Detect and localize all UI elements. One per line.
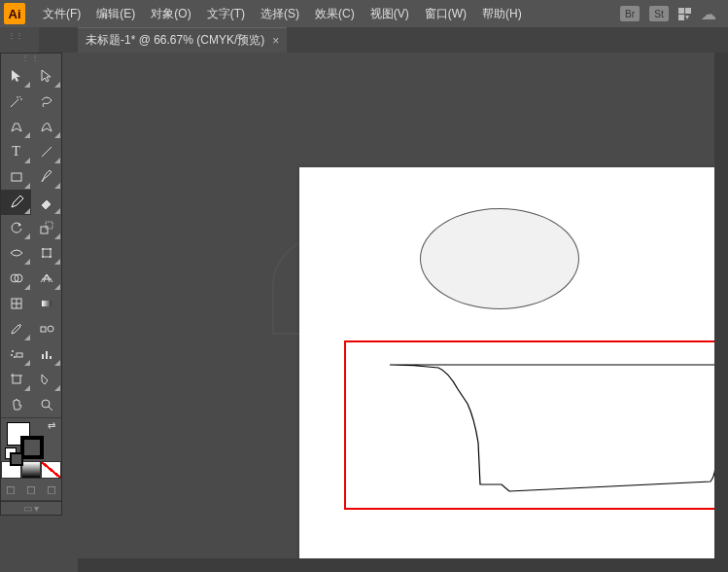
menu-type[interactable]: 文字(T) xyxy=(199,0,253,27)
pen-tool[interactable] xyxy=(1,114,31,139)
svg-point-8 xyxy=(50,256,52,258)
menu-object[interactable]: 对象(O) xyxy=(143,0,198,27)
shape-builder-tool[interactable] xyxy=(1,266,31,291)
svg-rect-3 xyxy=(46,222,52,229)
line-segment-tool[interactable] xyxy=(31,139,61,164)
menu-bar: Ai 文件(F) 编辑(E) 对象(O) 文字(T) 选择(S) 效果(C) 视… xyxy=(0,0,728,27)
menu-help[interactable]: 帮助(H) xyxy=(474,0,530,27)
svg-rect-15 xyxy=(41,327,46,332)
svg-point-6 xyxy=(50,248,52,250)
document-tab-bar: 未标题-1* @ 66.67% (CMYK/预览) × xyxy=(39,27,728,53)
toolbox: ⋮⋮ T xyxy=(0,53,62,516)
menu-select[interactable]: 选择(S) xyxy=(253,0,307,27)
svg-rect-2 xyxy=(41,227,48,233)
default-fill-stroke-icon[interactable] xyxy=(5,447,17,459)
svg-point-18 xyxy=(12,350,14,352)
pencil-drawn-path[interactable] xyxy=(385,360,728,496)
draw-normal-icon[interactable]: ◻ xyxy=(1,481,21,498)
stock-icon[interactable]: St xyxy=(649,6,669,21)
sync-icon[interactable]: ☁ xyxy=(701,5,716,23)
vertical-scrollbar[interactable] xyxy=(714,53,728,558)
perspective-grid-tool[interactable] xyxy=(31,266,61,291)
svg-line-0 xyxy=(42,147,52,157)
menu-file[interactable]: 文件(F) xyxy=(35,0,88,27)
horizontal-scrollbar[interactable] xyxy=(78,558,714,572)
fill-stroke-control[interactable]: ⇄ xyxy=(1,418,61,461)
curvature-tool[interactable] xyxy=(31,114,61,139)
width-tool[interactable] xyxy=(1,240,31,266)
svg-point-20 xyxy=(14,356,16,358)
lasso-tool[interactable] xyxy=(31,89,61,114)
svg-rect-17 xyxy=(17,353,22,357)
free-transform-tool[interactable] xyxy=(31,240,61,266)
scroll-corner xyxy=(714,558,728,572)
document-tab-title: 未标题-1* @ 66.67% (CMYK/预览) xyxy=(86,32,264,49)
color-mode-gradient[interactable] xyxy=(21,461,42,479)
menu-right-group: Br St ▾ ☁ xyxy=(620,5,724,23)
eraser-tool[interactable] xyxy=(31,190,61,215)
stroke-swatch[interactable] xyxy=(20,436,44,459)
gradient-tool[interactable] xyxy=(31,291,61,316)
blend-tool[interactable] xyxy=(31,316,61,341)
symbol-sprayer-tool[interactable] xyxy=(1,341,31,367)
column-graph-tool[interactable] xyxy=(31,341,61,367)
svg-rect-14 xyxy=(42,301,52,306)
toolbox-grip-icon[interactable]: ⋮⋮ xyxy=(1,54,61,63)
mesh-tool[interactable] xyxy=(1,291,31,316)
svg-line-29 xyxy=(49,407,52,411)
rotate-tool[interactable] xyxy=(1,215,31,240)
pencil-tool[interactable] xyxy=(1,190,31,215)
direct-selection-tool[interactable] xyxy=(31,63,61,89)
draw-behind-icon[interactable]: ◻ xyxy=(21,481,42,498)
scale-tool[interactable] xyxy=(31,215,61,240)
svg-point-16 xyxy=(48,326,53,332)
svg-rect-21 xyxy=(42,354,44,359)
menu-edit[interactable]: 编辑(E) xyxy=(88,0,143,27)
swap-fill-stroke-icon[interactable]: ⇄ xyxy=(48,420,55,431)
svg-point-28 xyxy=(42,400,50,408)
draw-mode-row: ◻ ◻ ◻ xyxy=(1,479,61,500)
app-logo: Ai xyxy=(4,3,25,24)
ellipse-shape[interactable] xyxy=(420,208,579,309)
svg-point-7 xyxy=(42,256,44,258)
close-icon[interactable]: × xyxy=(272,34,279,48)
bridge-icon[interactable]: Br xyxy=(620,6,640,21)
rectangle-tool[interactable] xyxy=(1,164,31,190)
slice-tool[interactable] xyxy=(31,367,61,392)
menu-effect[interactable]: 效果(C) xyxy=(307,0,363,27)
selection-tool[interactable] xyxy=(1,63,31,89)
svg-point-5 xyxy=(42,248,44,250)
menu-window[interactable]: 窗口(W) xyxy=(417,0,474,27)
svg-rect-23 xyxy=(50,356,52,359)
document-tab[interactable]: 未标题-1* @ 66.67% (CMYK/预览) × xyxy=(78,27,287,53)
draw-inside-icon[interactable]: ◻ xyxy=(41,481,61,498)
magic-wand-tool[interactable] xyxy=(1,89,31,114)
svg-rect-4 xyxy=(43,249,51,257)
canvas-area[interactable] xyxy=(78,53,728,572)
screen-mode-button[interactable]: ▭ ▾ xyxy=(1,501,61,515)
hand-tool[interactable] xyxy=(1,392,31,417)
color-mode-none[interactable] xyxy=(41,461,61,479)
svg-rect-22 xyxy=(46,351,48,359)
zoom-tool[interactable] xyxy=(31,392,61,417)
svg-rect-24 xyxy=(13,375,20,383)
workspace-switcher-icon[interactable]: ▾ xyxy=(678,8,691,20)
eyedropper-tool[interactable] xyxy=(1,316,31,341)
svg-point-19 xyxy=(11,354,13,356)
paintbrush-tool[interactable] xyxy=(31,164,61,190)
menu-view[interactable]: 视图(V) xyxy=(363,0,417,27)
artboard-tool[interactable] xyxy=(1,367,31,392)
svg-rect-1 xyxy=(12,173,21,181)
type-tool[interactable]: T xyxy=(1,139,31,164)
panel-grip-icon[interactable]: ⋮⋮ xyxy=(8,31,23,40)
